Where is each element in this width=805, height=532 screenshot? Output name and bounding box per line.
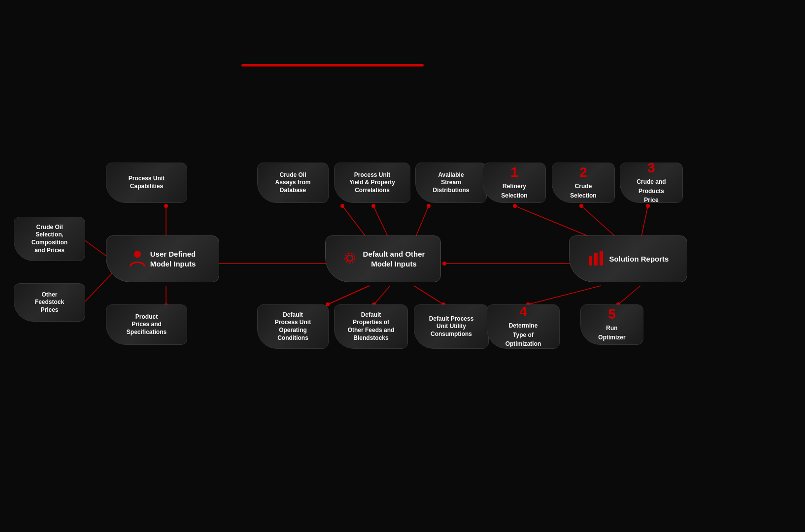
refinery-num: 1 [501,166,527,179]
default-props-card[interactable]: DefaultProperties ofOther Feeds andBlend… [334,304,408,349]
process-unit-cap-card[interactable]: Process UnitCapabilities [106,163,187,203]
other-feedstock-card[interactable]: OtherFeedstockPrices [14,283,85,322]
crude-sel-label: CrudeSelection [570,183,596,199]
svg-rect-25 [594,253,598,266]
crude-oil-selection-card[interactable]: Crude OilSelection,Compositionand Prices [14,217,85,261]
gear-icon [341,250,358,268]
svg-point-17 [579,204,583,208]
svg-point-14 [442,262,446,266]
crude-oil-assays-card[interactable]: Crude OilAssays fromDatabase [257,163,329,203]
solution-reports-label: Solution Reports [609,254,669,264]
user-defined-label: User DefinedModel Inputs [150,249,196,268]
process-unit-yield-card[interactable]: Process UnitYield & PropertyCorrelations [334,163,410,203]
determine-opt-card[interactable]: 4 DetermineType ofOptimization [487,304,560,349]
refinery-label: RefinerySelection [501,183,527,199]
top-accent [241,64,424,66]
svg-point-1 [164,204,168,208]
product-prices-label: ProductPrices andSpecifications [127,313,167,336]
default-utility-label: Default ProcessUnit UtilityConsumptions [429,315,474,338]
crude-selection-card[interactable]: 2 CrudeSelection [552,163,615,203]
crude-sel-num: 2 [570,166,596,179]
process-unit-yield-label: Process UnitYield & PropertyCorrelations [349,171,395,195]
run-num: 5 [598,307,625,321]
person-icon [130,249,145,269]
run-optimizer-card[interactable]: 5 RunOptimizer [580,304,643,345]
svg-point-9 [371,204,375,208]
default-props-label: DefaultProperties ofOther Feeds andBlend… [348,311,395,342]
default-utility-card[interactable]: Default ProcessUnit UtilityConsumptions [414,304,489,349]
available-stream-label: AvailableStreamDistributions [433,171,470,195]
svg-point-8 [340,204,344,208]
solution-reports-card[interactable]: Solution Reports [569,235,687,282]
product-prices-card[interactable]: ProductPrices andSpecifications [106,304,187,345]
crude-oil-selection-label: Crude OilSelection,Compositionand Prices [32,224,67,254]
crude-price-label: Crude andProductsPrice [637,178,666,203]
default-process-op-label: DefaultProcess UnitOperatingConditions [275,311,311,342]
svg-point-21 [134,251,141,258]
svg-point-22 [347,255,353,261]
svg-rect-24 [589,256,592,266]
default-process-op-card[interactable]: DefaultProcess UnitOperatingConditions [257,304,329,349]
svg-point-10 [427,204,431,208]
svg-point-18 [646,204,650,208]
run-label: RunOptimizer [598,325,625,341]
default-other-card[interactable]: Default and OtherModel Inputs [325,235,441,282]
available-stream-card[interactable]: AvailableStreamDistributions [415,163,487,203]
process-unit-cap-label: Process UnitCapabilities [129,175,165,190]
determine-num: 4 [505,305,541,319]
other-feedstock-label: OtherFeedstockPrices [35,291,64,314]
determine-label: DetermineType ofOptimization [505,322,541,347]
svg-rect-26 [600,251,603,266]
crude-price-num: 3 [637,161,666,175]
crude-oil-assays-label: Crude OilAssays fromDatabase [275,171,310,195]
user-defined-card[interactable]: User DefinedModel Inputs [106,235,219,282]
bar-chart-icon [588,251,604,267]
default-other-label: Default and OtherModel Inputs [363,249,425,268]
svg-point-16 [513,204,517,208]
diagram-container: Crude OilSelection,Compositionand Prices… [0,0,805,532]
crude-products-price-card[interactable]: 3 Crude andProductsPrice [620,163,683,203]
refinery-selection-card[interactable]: 1 RefinerySelection [483,163,546,203]
